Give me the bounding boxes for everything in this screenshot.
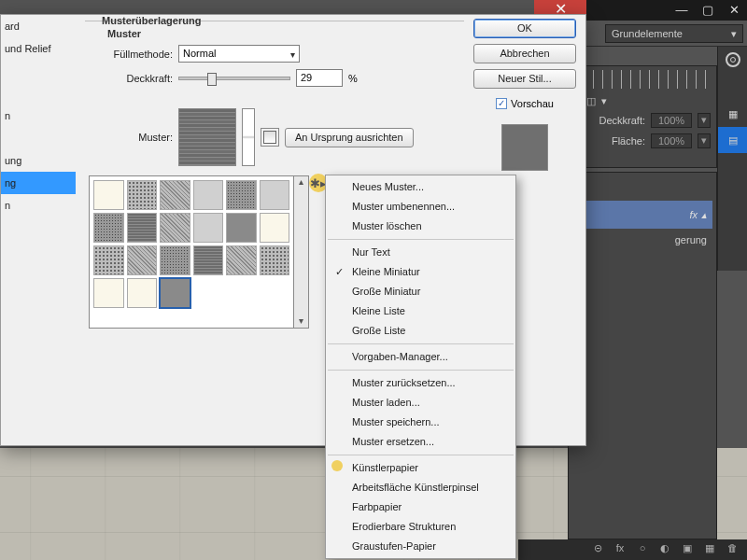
snap-to-origin-icon[interactable]	[261, 128, 279, 147]
link-icon[interactable]: ⊝	[590, 542, 605, 557]
close-button[interactable]: ✕	[721, 0, 747, 21]
pattern-swatch[interactable]	[127, 180, 158, 210]
pattern-preview[interactable]	[178, 108, 236, 166]
fill-value[interactable]: 100%	[651, 133, 692, 148]
layer-effect-text: gerung	[569, 229, 716, 251]
menu-item[interactable]: Erodierbare Strukturen	[326, 517, 515, 537]
mini-panel: T ◫ ▾ Deckkraft: 100% ▾ Fläche: 100% ▾	[568, 65, 717, 168]
opacity-slider[interactable]	[178, 77, 290, 80]
pattern-swatch[interactable]	[160, 245, 190, 275]
group-title: Musterüberlagerung	[98, 15, 204, 26]
pattern-picker-scrollbar[interactable]	[294, 175, 309, 329]
menu-item[interactable]: Kleine Liste	[326, 301, 515, 321]
pattern-picker	[89, 175, 294, 329]
menu-item[interactable]: Muster zurücksetzen...	[326, 373, 515, 393]
menu-item[interactable]: Muster löschen	[326, 217, 515, 236]
menu-item[interactable]: Muster laden...	[326, 393, 515, 413]
pattern-swatch[interactable]	[93, 213, 124, 243]
menu-item[interactable]: Vorgaben-Manager...	[326, 347, 515, 367]
pattern-swatch[interactable]	[193, 213, 224, 243]
fill-stepper[interactable]: ▾	[698, 133, 711, 148]
group-icon[interactable]: ▣	[680, 542, 695, 557]
preview-swatch	[501, 124, 548, 171]
effects-sidebar: ard und Relief n ung ng n	[1, 15, 76, 445]
menu-item[interactable]: Große Liste	[326, 321, 515, 341]
pattern-swatch[interactable]	[260, 245, 290, 275]
opacity-label: Deckkraft:	[599, 115, 645, 126]
color-icon[interactable]	[718, 47, 747, 73]
ok-button[interactable]: OK	[473, 19, 576, 38]
origin-button[interactable]: An Ursprung ausrichten	[285, 128, 414, 147]
sidebar-item[interactable]: ard	[1, 15, 76, 37]
cancel-button[interactable]: Abbrechen	[473, 44, 576, 63]
sidebar-item-selected[interactable]: ng	[1, 172, 76, 194]
pattern-swatch[interactable]	[160, 180, 190, 210]
checkbox-icon: ✓	[496, 98, 507, 109]
ellipsis-icon[interactable]: ▾	[601, 95, 607, 107]
group-subtitle: Muster	[107, 28, 141, 39]
sidebar-item[interactable]: und Relief	[1, 37, 76, 60]
adjustment-icon[interactable]: ◐	[657, 542, 672, 557]
sidebar-item[interactable]	[1, 82, 76, 105]
pattern-swatch[interactable]	[260, 180, 290, 210]
pattern-picker-toggle[interactable]	[242, 108, 255, 166]
swatches-icon[interactable]: ▦	[718, 101, 747, 127]
menu-item[interactable]: Graustufen-Papier	[326, 537, 515, 556]
pattern-swatch[interactable]	[127, 278, 158, 308]
opacity-input[interactable]: 29	[296, 69, 343, 87]
pattern-context-menu: Neues Muster...Muster umbenennen...Muste…	[325, 175, 516, 559]
pattern-swatch[interactable]	[193, 245, 224, 275]
mask-icon[interactable]: ○	[635, 542, 650, 557]
menu-item[interactable]: Farbpapier	[326, 497, 515, 517]
pattern-swatch[interactable]	[93, 180, 124, 210]
sidebar-item[interactable]: n	[1, 194, 76, 217]
pattern-swatch[interactable]	[226, 213, 257, 243]
workspace-dropdown[interactable]: Grundelemente	[605, 24, 743, 43]
menu-item[interactable]: Neues Muster...	[326, 177, 515, 197]
ruler	[574, 70, 711, 89]
pattern-swatch[interactable]	[193, 180, 224, 210]
fx-icon[interactable]: fx	[613, 542, 627, 557]
menu-separator	[328, 370, 514, 371]
menu-separator	[328, 455, 514, 455]
pattern-swatch[interactable]	[127, 213, 158, 243]
layer-row[interactable]: fx ▴	[572, 201, 712, 229]
menu-separator	[328, 239, 514, 240]
pattern-swatch[interactable]	[93, 245, 124, 275]
menu-item[interactable]: Muster speichern...	[326, 413, 515, 432]
opacity-stepper[interactable]: ▾	[698, 113, 711, 128]
menu-item[interactable]: Kleine Miniatur	[326, 262, 515, 282]
opacity-unit: %	[348, 73, 358, 84]
slider-thumb[interactable]	[207, 73, 217, 86]
pattern-swatch[interactable]	[127, 245, 158, 275]
pattern-swatch[interactable]	[93, 278, 124, 308]
sidebar-item[interactable]: n	[1, 105, 76, 127]
pattern-swatch[interactable]	[160, 213, 190, 243]
maximize-button[interactable]: ▢	[695, 0, 721, 21]
preview-checkbox[interactable]: ✓ Vorschau	[473, 98, 576, 109]
pattern-swatch[interactable]	[226, 180, 257, 210]
collapsed-panel-strip: ▦ ▤	[717, 47, 747, 271]
pattern-swatch-selected[interactable]	[160, 278, 190, 308]
menu-item[interactable]: Arbeitsfläche Künstlerpinsel	[326, 478, 515, 497]
menu-item[interactable]: Große Miniatur	[326, 282, 515, 301]
active-panel-icon[interactable]: ▤	[718, 127, 747, 153]
sidebar-item[interactable]: ung	[1, 149, 76, 172]
opacity-label: Deckkraft:	[89, 73, 173, 84]
crop-icon[interactable]: ◫	[586, 95, 596, 107]
menu-item[interactable]: Künstlerpapier	[326, 458, 515, 478]
menu-item[interactable]: Muster umbenennen...	[326, 197, 515, 217]
pattern-swatch[interactable]	[226, 245, 257, 275]
pattern-swatch[interactable]	[260, 213, 290, 243]
sidebar-item[interactable]	[1, 60, 76, 82]
sidebar-item[interactable]	[1, 127, 76, 149]
new-style-button[interactable]: Neuer Stil...	[473, 69, 576, 89]
menu-item[interactable]: Nur Text	[326, 243, 515, 262]
trash-icon[interactable]: 🗑	[725, 542, 740, 557]
minimize-button[interactable]: —	[669, 0, 695, 21]
opacity-value[interactable]: 100%	[651, 113, 692, 128]
new-layer-icon[interactable]: ▦	[702, 542, 717, 557]
blendmode-combo[interactable]: Normal	[178, 45, 300, 63]
option-bar: Grundelemente	[586, 21, 747, 47]
menu-item[interactable]: Muster ersetzen...	[326, 432, 515, 452]
